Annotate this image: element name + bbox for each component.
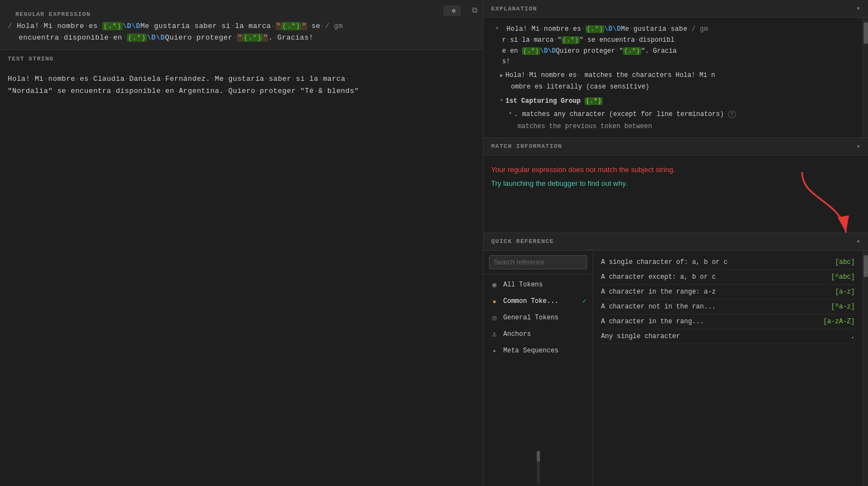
regex-literal-3: ·se· xyxy=(307,22,325,30)
explanation-scrollbar-thumb xyxy=(864,22,868,44)
tree-arrow-3: ▾ xyxy=(509,109,512,118)
regex-quote-2: " xyxy=(301,22,307,30)
ref-entry-5: A character in the rang... [a-zA-Z] xyxy=(601,314,855,329)
explanation-title: EXPLANATION xyxy=(491,5,537,12)
regex-escape-2: \D\D xyxy=(147,34,165,42)
ref-item-label: Common Toke... xyxy=(503,297,559,305)
no-match-text: Your regular expression does not match t… xyxy=(491,164,860,176)
no-match-badge: ⚙ xyxy=(443,5,461,16)
ref-item-all-tokens[interactable]: ◉ All Tokens xyxy=(483,277,593,293)
regex-group-4: (.*) xyxy=(242,34,263,42)
explanation-regex-text: Hola!·Mi·nombre·es·(.*)\D\DMe·gustaría·s… xyxy=(501,24,708,35)
all-tokens-icon: ◉ xyxy=(490,280,499,289)
ref-entry-6: Any single character . xyxy=(601,329,855,344)
regex-group-1: (.*) xyxy=(102,22,123,30)
tree-arrow-2: ▾ xyxy=(500,96,503,105)
test-string-title: TEST STRING xyxy=(0,50,483,65)
ref-item-label: Meta Sequences xyxy=(503,347,559,355)
gear-icon[interactable]: ⚙ xyxy=(452,7,455,14)
ref-token-2: [^abc] xyxy=(831,273,855,281)
test-string-line-2: "Nordalia"·se·encuentra·disponible·en·Ar… xyxy=(8,85,475,97)
ref-item-general-tokens[interactable]: ◎ General Tokens xyxy=(483,310,593,326)
ref-entry-1: A single character of: a, b or c [abc] xyxy=(601,255,855,270)
regex-flags: / gm xyxy=(325,22,343,30)
explanation-header: EXPLANATION ▾ xyxy=(483,0,868,18)
dot-desc: . matches any character (except for line… xyxy=(514,109,736,120)
ref-entry-2: A character except: a, b or c [^abc] xyxy=(601,270,855,285)
ref-token-3: [a-z] xyxy=(835,288,855,296)
ref-list: ◉ All Tokens ★ Common Toke... ✓ ◎ Genera… xyxy=(483,274,593,449)
explanation-scrollbar[interactable] xyxy=(863,18,868,137)
ref-desc-2: A character except: a, b or c xyxy=(601,273,827,281)
debugger-link[interactable]: Try launching the debugger to find out w… xyxy=(491,179,627,187)
regex-quote-1: " xyxy=(276,22,281,30)
regex-group-2: (.*) xyxy=(281,22,302,30)
regex-literal-6: .·Gracias! xyxy=(268,34,313,42)
regex-quote-3: " xyxy=(237,34,242,42)
ref-item-anchors[interactable]: ⚓ Anchors xyxy=(483,326,593,343)
explanation-chevron[interactable]: ▾ xyxy=(856,4,860,13)
ref-item-label: All Tokens xyxy=(503,281,543,289)
search-box xyxy=(483,251,593,274)
meta-seq-icon: ✦ xyxy=(490,346,499,355)
explanation-content: ▾ Hola!·Mi·nombre·es·(.*)\D\DMe·gustaría… xyxy=(483,18,863,137)
ref-item-common-tokens[interactable]: ★ Common Toke... ✓ xyxy=(483,293,593,310)
regex-group-3: (.*) xyxy=(127,34,147,42)
copy-button[interactable]: ⧉ xyxy=(472,5,477,15)
regex-escape-1: \D\D xyxy=(123,22,141,30)
ref-entry-4: A character not in the ran... [^a-z] xyxy=(601,300,855,314)
ref-desc-4: A character not in the ran... xyxy=(601,303,827,311)
test-string-content[interactable]: Hola!·Mi·nombre·es·Claudia·Daniela·Ferná… xyxy=(0,65,483,486)
dot-desc-2: matches the previous token between xyxy=(491,121,855,132)
ref-entry-3: A character in the range: a-z [a-z] xyxy=(601,285,855,300)
search-input[interactable] xyxy=(489,255,587,269)
tree-arrow-root: ▾ xyxy=(496,24,499,33)
match-info-title: MATCH INFORMATION xyxy=(491,143,562,150)
quick-ref-title: QUICK REFERENCE xyxy=(491,238,554,245)
regex-literal-2: Me·gustaría·saber·si·la·marca· xyxy=(141,22,276,30)
capturing-group-label: 1st Capturing Group (.*) xyxy=(505,96,603,107)
match-info-content: Your regular expression does not match t… xyxy=(483,156,868,233)
ref-item-label: General Tokens xyxy=(503,314,559,322)
explanation-hola: Hola!·Mi·nombre·es· matches the characte… xyxy=(505,70,715,81)
ref-list-scrollbar[interactable] xyxy=(537,451,540,484)
quick-ref-scrollbar-thumb xyxy=(864,255,868,277)
common-tokens-icon: ★ xyxy=(490,297,499,306)
regex-literal-4: encuentra·disponible·en· xyxy=(19,34,127,42)
general-tokens-icon: ◎ xyxy=(490,313,499,322)
regex-line-2: encuentra·disponible·en·(.*)\D\DQuiero·p… xyxy=(8,32,475,44)
ref-list-scrollbar-thumb xyxy=(537,451,540,462)
anchors-icon: ⚓ xyxy=(490,330,499,339)
ref-desc-1: A single character of: a, b or c xyxy=(601,258,831,266)
match-info-chevron[interactable]: ▾ xyxy=(856,142,860,151)
ref-token-6: . xyxy=(851,333,855,340)
ref-item-meta-sequences[interactable]: ✦ Meta Sequences xyxy=(483,343,593,359)
match-info-header: MATCH INFORMATION ▾ xyxy=(483,138,868,156)
ref-item-label: Anchors xyxy=(503,330,531,338)
tree-arrow-1: ▶ xyxy=(500,71,503,80)
quick-ref-scrollbar[interactable] xyxy=(863,251,868,486)
regex-literal-5: Quiero·proteger· xyxy=(165,34,237,42)
quick-ref-header: QUICK REFERENCE ▾ xyxy=(483,233,868,251)
help-icon[interactable]: ? xyxy=(728,111,736,118)
test-string-line-1: Hola!·Mi·nombre·es·Claudia·Daniela·Ferná… xyxy=(8,73,475,85)
regex-literal: Hola!·Mi·nombre·es· xyxy=(16,22,102,30)
regex-section-title: REGULAR EXPRESSION xyxy=(8,5,475,21)
ref-token-5: [a-zA-Z] xyxy=(823,318,855,325)
ref-token-4: [^a-z] xyxy=(831,303,855,311)
regex-delimiter: / xyxy=(8,22,16,30)
quick-ref-right: A single character of: a, b or c [abc] A… xyxy=(593,251,863,486)
ref-token-1: [abc] xyxy=(835,258,855,266)
ref-desc-5: A character in the rang... xyxy=(601,318,819,325)
quick-ref-chevron[interactable]: ▾ xyxy=(856,238,860,246)
ref-desc-6: Any single character xyxy=(601,333,847,340)
regex-line-1: / Hola!·Mi·nombre·es·(.*)\D\DMe·gustaría… xyxy=(8,21,475,32)
ref-desc-3: A character in the range: a-z xyxy=(601,288,831,296)
check-icon: ✓ xyxy=(582,297,586,305)
regex-quote-4: " xyxy=(263,34,268,42)
